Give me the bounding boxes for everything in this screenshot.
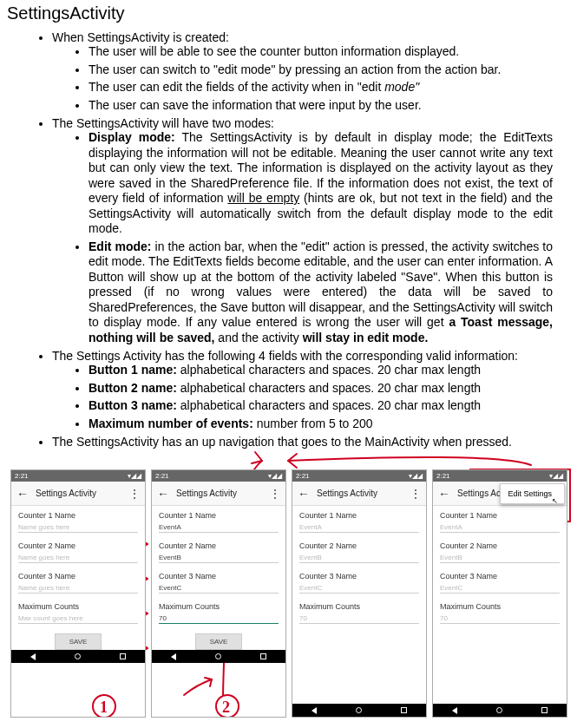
desc: alphabetical characters and spaces. 20 c…	[177, 363, 481, 377]
field-label: Counter 3 Name	[299, 572, 419, 580]
field-input: EventB	[299, 554, 419, 563]
field-label: Counter 2 Name	[440, 541, 560, 550]
field-label: Counter 2 Name	[18, 541, 138, 550]
field-input[interactable]: EventB	[159, 554, 279, 563]
phone-content: Counter 1 NameEventA Counter 2 NameEvent…	[292, 506, 426, 704]
app-bar: ← Settings Activity ⋮	[152, 482, 285, 506]
nav-recent-icon[interactable]	[260, 653, 266, 659]
field-input[interactable]: Name goes here	[18, 554, 138, 563]
status-bar: 2:21▾◢◢	[433, 470, 567, 482]
app-bar: ← Settings Activi Edit Settings ↖	[433, 482, 567, 506]
sub-bullet-field: Maximum number of events: number from 5 …	[89, 416, 577, 432]
bullet-four-fields: The Settings Activity has the following …	[52, 349, 577, 431]
nav-home-icon[interactable]	[215, 653, 221, 659]
label: Button 2 name:	[89, 381, 177, 395]
sub-bullet: The user can save the information that w…	[89, 98, 577, 114]
app-bar-title: Settings Activity	[176, 489, 270, 498]
nav-bar	[292, 704, 426, 717]
status-time: 2:21	[296, 472, 310, 480]
status-icons: ▾◢◢	[549, 472, 563, 480]
text: The SettingsActivity will have two modes…	[52, 116, 274, 130]
nav-back-icon[interactable]	[171, 653, 176, 660]
phone-screenshot-1: 2:21▾◢◢ ← Settings Activity ⋮ Counter 1 …	[10, 469, 146, 718]
field-input: EventA	[299, 523, 419, 533]
back-icon[interactable]: ←	[298, 487, 310, 501]
app-bar-title: Settings Activity	[36, 489, 129, 498]
field-input: EventC	[299, 584, 419, 594]
nav-home-icon[interactable]	[75, 653, 81, 659]
overflow-icon[interactable]: ⋮	[410, 489, 421, 499]
sub-bullet-field: Button 3 name: alphabetical characters a…	[89, 398, 577, 414]
phone-content: Counter 1 NameName goes here Counter 2 N…	[11, 506, 145, 650]
text: and the activity	[214, 331, 302, 344]
overflow-icon[interactable]: ⋮	[270, 489, 280, 499]
field-label: Counter 2 Name	[299, 541, 419, 550]
nav-recent-icon[interactable]	[541, 707, 547, 713]
italic-mode: mode"	[381, 80, 419, 94]
bold-stay: will stay in edit mode.	[303, 331, 429, 344]
field-input[interactable]: 70	[159, 614, 279, 624]
nav-recent-icon[interactable]	[401, 707, 407, 713]
back-icon[interactable]: ←	[438, 487, 450, 501]
field-label: Counter 2 Name	[159, 541, 279, 550]
save-button[interactable]: SAVE	[195, 633, 243, 650]
sub-bullet-display-mode: Display mode: The SettingsActivity is by…	[89, 130, 577, 237]
field-input[interactable]: Max count goes here	[18, 614, 138, 624]
app-bar: ← Settings Activity ⋮	[11, 482, 145, 506]
status-bar: 2:21▾◢◢	[11, 470, 145, 482]
nav-recent-icon[interactable]	[120, 653, 126, 659]
back-icon[interactable]: ←	[16, 487, 29, 501]
field-label: Maximum Counts	[159, 602, 279, 611]
save-button[interactable]: SAVE	[55, 633, 102, 650]
bullet-up-nav: The SettingsActivity has an up navigatio…	[52, 435, 577, 449]
bullet-when-created: When SettingsActivity is created: The us…	[52, 30, 577, 113]
desc: number from 5 to 200	[253, 416, 373, 430]
field-label: Maximum Counts	[440, 602, 560, 611]
phone-content: Counter 1 NameEventA Counter 2 NameEvent…	[152, 506, 285, 650]
sub-bullet: The user can edit the fields of the acti…	[89, 80, 577, 95]
field-input[interactable]: Name goes here	[18, 523, 138, 533]
cursor-icon: ↖	[552, 497, 558, 505]
status-bar: 2:21▾◢◢	[292, 470, 426, 482]
field-label: Counter 1 Name	[159, 511, 279, 520]
sub-bullet: The user will be able to see the counter…	[89, 44, 577, 60]
status-time: 2:21	[436, 472, 450, 480]
field-input[interactable]: EventA	[159, 523, 279, 533]
field-input[interactable]: Name goes here	[18, 584, 138, 594]
nav-bar	[433, 704, 567, 717]
status-icons: ▾◢◢	[128, 472, 141, 480]
field-label: Counter 3 Name	[18, 572, 138, 580]
nav-back-icon[interactable]	[452, 707, 457, 714]
field-input[interactable]: EventC	[159, 584, 279, 594]
field-input: EventA	[440, 523, 560, 533]
phone-screenshot-2: 2:21▾◢◢ ← Settings Activity ⋮ Counter 1 …	[151, 469, 286, 718]
status-icons: ▾◢◢	[409, 472, 423, 480]
underline: will be empty	[227, 191, 299, 205]
field-label: Counter 1 Name	[18, 511, 138, 520]
desc: alphabetical characters and spaces. 20 c…	[177, 381, 481, 395]
screenshots-row: 1 2 3 4 2:21▾◢◢ ← Settings Activity ⋮ Co…	[3, 469, 577, 718]
phone-content: Counter 1 NameEventA Counter 2 NameEvent…	[433, 506, 567, 704]
nav-back-icon[interactable]	[30, 653, 36, 660]
overflow-icon[interactable]: ⋮	[129, 489, 140, 499]
nav-home-icon[interactable]	[496, 707, 502, 713]
back-icon[interactable]: ←	[157, 487, 169, 501]
nav-home-icon[interactable]	[356, 707, 362, 713]
field-label: Counter 3 Name	[159, 572, 279, 580]
field-input: EventB	[440, 554, 560, 563]
nav-bar	[152, 650, 285, 663]
text: The user can edit the fields of the acti…	[89, 80, 381, 94]
label: Button 1 name:	[89, 363, 177, 377]
label: Edit mode:	[89, 239, 152, 253]
field-label: Maximum Counts	[299, 602, 419, 611]
field-label: Counter 1 Name	[440, 511, 560, 520]
field-label: Counter 3 Name	[440, 572, 560, 580]
sub-bullet-field: Button 1 name: alphabetical characters a…	[89, 363, 577, 378]
status-bar: 2:21▾◢◢	[152, 470, 285, 482]
sub-bullet: The user can switch to "edit mode" by pr…	[89, 62, 577, 78]
app-bar-title: Settings Activity	[317, 489, 410, 498]
sub-bullet-edit-mode: Edit mode: in the action bar, when the "…	[89, 239, 577, 346]
page-title: SettingsActivity	[7, 3, 577, 23]
nav-back-icon[interactable]	[311, 707, 317, 714]
phone-screenshot-3: 2:21▾◢◢ ← Settings Activity ⋮ Counter 1 …	[292, 469, 427, 718]
